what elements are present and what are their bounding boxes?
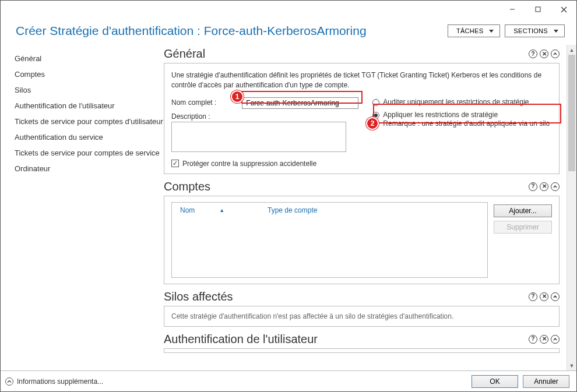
- vertical-scrollbar[interactable]: ▲ ▼: [567, 45, 576, 370]
- silos-text: Cette stratégie d'authentification n'est…: [164, 306, 560, 327]
- collapse-icon[interactable]: [551, 50, 560, 58]
- chevron-down-icon: [554, 30, 558, 33]
- add-button[interactable]: Ajouter...: [494, 204, 552, 217]
- annotation-badge-2: 2: [366, 117, 379, 130]
- name-label: Nom complet :: [171, 97, 216, 107]
- sidebar-item-tickets-service[interactable]: Tickets de service pour comptes de servi…: [15, 145, 164, 161]
- maximize-button[interactable]: [525, 1, 551, 18]
- header: Créer Stratégie d'authentification : For…: [1, 18, 576, 44]
- close-section-icon[interactable]: ✕: [540, 182, 548, 191]
- collapse-icon[interactable]: [551, 335, 560, 344]
- close-section-icon[interactable]: ✕: [540, 335, 548, 344]
- section-accounts-title: Comptes: [164, 180, 210, 193]
- chevron-down-icon: [489, 30, 494, 33]
- scroll-up-icon[interactable]: ▲: [567, 45, 576, 55]
- section-auth-title: Authentification de l'utilisateur: [164, 333, 318, 346]
- chevron-up-icon: [5, 377, 13, 386]
- radio-audit[interactable]: Auditer uniquement les restrictions de s…: [372, 97, 550, 107]
- sidebar-item-auth-service[interactable]: Authentification du service: [15, 129, 164, 145]
- general-description: Une stratégie d'authentification définit…: [171, 70, 552, 90]
- close-section-icon[interactable]: ✕: [540, 292, 548, 301]
- section-accounts: Comptes ? ✕ Nom▲ Type de com: [164, 180, 560, 284]
- close-section-icon[interactable]: ✕: [540, 50, 548, 58]
- collapse-icon[interactable]: [551, 182, 560, 191]
- footer: Informations supplémenta... OK Annuler: [1, 370, 576, 391]
- sidebar-item-general[interactable]: Général: [15, 51, 164, 66]
- desc-label: Description :: [171, 111, 210, 121]
- sections-dropdown[interactable]: SECTIONS: [505, 24, 565, 37]
- sidebar-item-computer[interactable]: Ordinateur: [15, 161, 164, 176]
- annotation-badge-1: 1: [231, 90, 244, 103]
- description-input[interactable]: [171, 122, 346, 152]
- sidebar-item-tickets-user[interactable]: Tickets de service pour comptes d'utilis…: [15, 114, 164, 129]
- collapse-icon[interactable]: [551, 292, 560, 301]
- close-button[interactable]: [551, 1, 576, 18]
- col-name[interactable]: Nom▲: [180, 206, 268, 214]
- checkbox-checked-icon: ✓: [171, 160, 179, 167]
- sidebar-item-auth-user[interactable]: Authentification de l'utilisateur: [15, 98, 164, 114]
- scroll-down-icon[interactable]: ▼: [567, 361, 576, 370]
- section-general: Général ? ✕ Une stratégie d'authentifica…: [164, 47, 560, 174]
- radio-apply[interactable]: Appliquer les restrictions de stratégie: [372, 110, 550, 119]
- section-general-title: Général: [164, 47, 205, 61]
- section-silos: Silos affectés ? ✕ Cette stratégie d'aut…: [164, 290, 560, 327]
- tasks-dropdown[interactable]: TÂCHES: [448, 24, 500, 37]
- title-bar: [1, 1, 576, 18]
- sidebar: Général Comptes Silos Authentification d…: [1, 45, 164, 370]
- sort-asc-icon: ▲: [219, 207, 224, 213]
- page-title: Créer Stratégie d'authentification : For…: [16, 24, 367, 38]
- svg-rect-1: [536, 7, 540, 12]
- name-input[interactable]: [242, 97, 358, 109]
- section-auth-user: Authentification de l'utilisateur ? ✕: [164, 333, 560, 353]
- minimize-button[interactable]: [499, 1, 525, 18]
- apply-note: Remarque : une stratégie d'audit appliqu…: [372, 119, 550, 128]
- section-silos-title: Silos affectés: [164, 290, 233, 303]
- sidebar-item-silos[interactable]: Silos: [15, 82, 164, 98]
- scroll-thumb[interactable]: [568, 55, 575, 171]
- remove-button: Supprimer: [494, 221, 552, 234]
- ok-button[interactable]: OK: [472, 375, 518, 388]
- help-icon[interactable]: ?: [529, 335, 537, 344]
- cancel-button[interactable]: Annuler: [523, 375, 569, 388]
- radio-icon: [372, 99, 379, 106]
- protect-checkbox-row[interactable]: ✓ Protéger contre la suppression acciden…: [171, 160, 552, 168]
- help-icon[interactable]: ?: [529, 50, 537, 58]
- more-info[interactable]: Informations supplémenta...: [5, 377, 103, 386]
- help-icon[interactable]: ?: [529, 182, 537, 191]
- col-type[interactable]: Type de compte: [268, 206, 317, 214]
- accounts-grid: Nom▲ Type de compte: [171, 202, 488, 278]
- sidebar-item-comptes[interactable]: Comptes: [15, 66, 164, 82]
- help-icon[interactable]: ?: [529, 292, 537, 301]
